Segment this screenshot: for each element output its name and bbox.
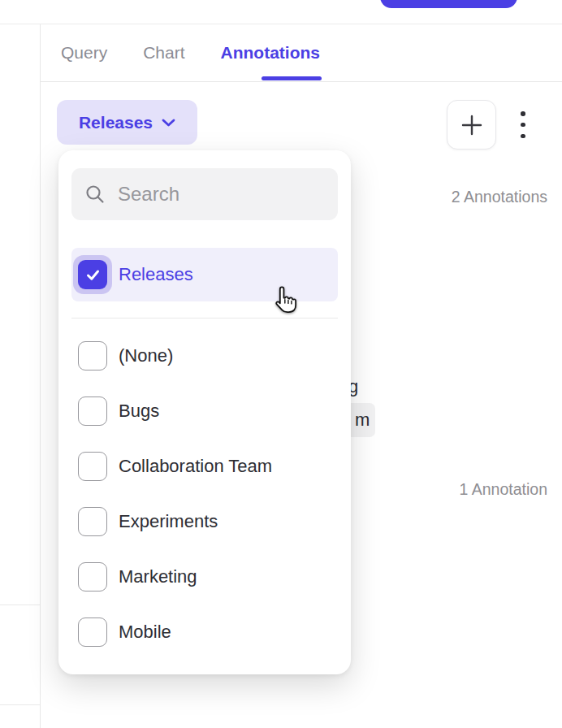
tab-query[interactable]: Query bbox=[61, 43, 107, 63]
option-mobile[interactable]: Mobile bbox=[71, 618, 338, 647]
checkbox-unchecked[interactable] bbox=[78, 452, 107, 481]
checkbox-unchecked[interactable] bbox=[78, 507, 107, 536]
dropdown-divider bbox=[71, 318, 338, 318]
annotations-screen: Query Chart Annotations Releases 2 Annot… bbox=[0, 0, 562, 728]
releases-filter-dropdown: Releases (None) Bugs Collaboration Team … bbox=[58, 150, 351, 674]
option-label: Bugs bbox=[119, 401, 159, 422]
checkbox-unchecked[interactable] bbox=[78, 341, 107, 370]
checkbox-checked[interactable] bbox=[78, 260, 107, 289]
checkbox-unchecked[interactable] bbox=[78, 396, 107, 426]
active-tab-indicator bbox=[262, 76, 322, 80]
option-label: Collaboration Team bbox=[119, 456, 272, 477]
search-icon bbox=[84, 184, 106, 205]
more-options-button[interactable] bbox=[517, 111, 530, 138]
tab-annotations[interactable]: Annotations bbox=[221, 43, 320, 63]
checkbox-unchecked[interactable] bbox=[78, 562, 107, 592]
add-annotation-button[interactable] bbox=[447, 100, 496, 150]
checkbox-unchecked[interactable] bbox=[78, 618, 107, 647]
search-field[interactable] bbox=[71, 168, 338, 220]
chevron-down-icon bbox=[162, 119, 175, 127]
plus-icon bbox=[460, 113, 484, 137]
sidebar-row-divider bbox=[0, 604, 40, 605]
annotation-count-label: 1 Annotation bbox=[460, 480, 547, 499]
search-input[interactable] bbox=[118, 183, 370, 206]
tab-chart[interactable]: Chart bbox=[143, 43, 184, 63]
filter-label: Releases bbox=[79, 113, 153, 132]
annotation-count-label: 2 Annotations bbox=[452, 188, 547, 206]
option-releases[interactable]: Releases bbox=[71, 248, 338, 301]
kebab-dot bbox=[521, 134, 525, 139]
option-bugs[interactable]: Bugs bbox=[71, 396, 338, 426]
option-label: (None) bbox=[119, 345, 173, 366]
kebab-dot bbox=[521, 123, 525, 128]
option-label: Releases bbox=[119, 264, 193, 285]
option-label: Experiments bbox=[119, 511, 218, 532]
checkbox-focus-halo bbox=[73, 255, 112, 294]
option-collaboration-team[interactable]: Collaboration Team bbox=[71, 452, 338, 481]
option-label: Marketing bbox=[119, 566, 197, 587]
option-label: Mobile bbox=[119, 622, 171, 643]
option-experiments[interactable]: Experiments bbox=[71, 507, 338, 536]
primary-action-button[interactable] bbox=[380, 0, 517, 8]
tab-bar: Query Chart Annotations bbox=[41, 24, 562, 82]
option-none[interactable]: (None) bbox=[71, 341, 338, 370]
checkmark-icon bbox=[84, 266, 102, 284]
sidebar-border bbox=[40, 24, 41, 728]
releases-filter-button[interactable]: Releases bbox=[57, 100, 197, 145]
kebab-dot bbox=[521, 111, 525, 116]
sidebar-row-divider bbox=[0, 704, 40, 705]
option-marketing[interactable]: Marketing bbox=[71, 562, 338, 592]
